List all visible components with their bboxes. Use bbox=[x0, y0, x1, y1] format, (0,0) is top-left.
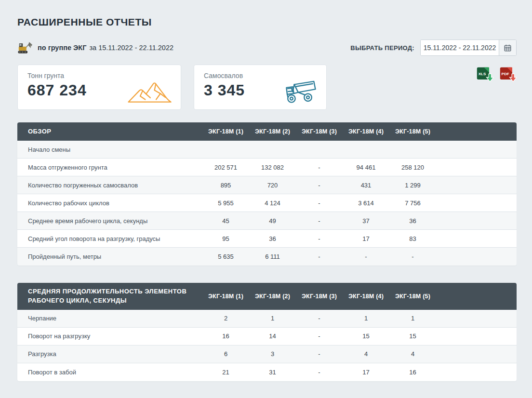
cell-value: 15 bbox=[389, 332, 436, 340]
cell-value: 1 299 bbox=[389, 182, 436, 189]
cell-value: - bbox=[296, 369, 343, 376]
cell-value: 4 bbox=[343, 350, 389, 358]
cell-value: 1 bbox=[389, 315, 436, 322]
cell-value: 720 bbox=[249, 182, 296, 189]
toolbar-row: по группе ЭКГ за 15.11.2022 - 22.11.2022… bbox=[17, 40, 517, 56]
cell-value: - bbox=[296, 164, 343, 171]
cell-value: 258 120 bbox=[389, 164, 436, 171]
table-title: СРЕДНЯЯ ПРОДОЛЖИТЕЛЬНОСТЬ ЭЛЕМЕНТОВ РАБО… bbox=[17, 283, 202, 310]
row-label: Разгрузка bbox=[17, 345, 202, 362]
column-header: ЭКГ-18М (2) bbox=[249, 293, 296, 300]
pdf-label: PDF bbox=[502, 72, 509, 76]
table-row: Разгрузка63-44 bbox=[17, 345, 517, 363]
cell-value: 3 bbox=[249, 350, 296, 358]
table-row: Поворот в забой2131-1716 bbox=[17, 363, 517, 381]
cell-value: 14 bbox=[249, 332, 296, 340]
cell-value: 45 bbox=[202, 217, 249, 225]
column-header: ЭКГ-18М (5) bbox=[389, 128, 436, 135]
cell-value: - bbox=[296, 217, 343, 225]
cell-value: 6 bbox=[202, 350, 249, 358]
cell-value: 895 bbox=[202, 182, 249, 189]
cell-value: 83 bbox=[389, 235, 436, 242]
calendar-icon bbox=[504, 44, 512, 52]
cell-value: 95 bbox=[202, 235, 249, 242]
cell-value: 5 955 bbox=[202, 199, 249, 207]
cell-value: 5 635 bbox=[202, 253, 249, 260]
row-label: Черпание bbox=[17, 310, 202, 327]
cell-value: - bbox=[296, 199, 343, 207]
column-header: ЭКГ-18М (4) bbox=[343, 293, 389, 300]
column-header: ЭКГ-18М (4) bbox=[343, 128, 389, 135]
table-header-row: СРЕДНЯЯ ПРОДОЛЖИТЕЛЬНОСТЬ ЭЛЕМЕНТОВ РАБО… bbox=[17, 283, 517, 310]
cell-value: 3 614 bbox=[343, 199, 389, 207]
stat-cards-row: Тонн грунта 687 234 Самосвалов 3 345 bbox=[17, 65, 517, 110]
cell-value: 1 bbox=[343, 315, 389, 322]
cell-value: 17 bbox=[343, 369, 389, 376]
column-header: ЭКГ-18М (5) bbox=[389, 293, 436, 300]
table-row: Поворот на разгрузку1614-1515 bbox=[17, 328, 517, 345]
cell-value: 94 461 bbox=[343, 164, 389, 171]
cell-value: - bbox=[296, 253, 343, 260]
table-row: Пройденный путь, метры5 6356 111--- bbox=[17, 248, 517, 265]
period-picker bbox=[420, 40, 517, 56]
period-selector-label: ВЫБРАТЬ ПЕРИОД: bbox=[350, 44, 414, 52]
column-header: ЭКГ-18М (1) bbox=[202, 128, 249, 135]
table-row: Черпание21-11 bbox=[17, 310, 517, 328]
cell-value: 17 bbox=[343, 235, 389, 242]
export-buttons: XLS PDF bbox=[476, 65, 517, 84]
dirt-pile-icon bbox=[127, 78, 173, 105]
cell-value: 31 bbox=[249, 369, 296, 376]
period-input[interactable] bbox=[421, 40, 499, 55]
column-header: ЭКГ-18М (1) bbox=[202, 293, 249, 300]
cell-value: 16 bbox=[202, 332, 249, 340]
report-group-label: по группе ЭКГ bbox=[38, 44, 86, 52]
xls-label: XLS bbox=[479, 72, 486, 76]
row-label: Количество погруженных самосвалов bbox=[17, 177, 202, 194]
stat-card-trucks: Самосвалов 3 345 bbox=[194, 65, 327, 110]
cell-value: 37 bbox=[343, 217, 389, 225]
column-header: ЭКГ-18М (3) bbox=[296, 128, 343, 135]
column-header: ЭКГ-18М (2) bbox=[249, 128, 296, 135]
page-title: РАСШИРЕННЫЕ ОТЧЕТЫ bbox=[17, 16, 517, 28]
cell-value: 49 bbox=[249, 217, 296, 225]
cell-value: 202 571 bbox=[202, 164, 249, 171]
export-pdf-button[interactable]: PDF bbox=[499, 66, 517, 84]
cell-value: 4 bbox=[389, 350, 436, 358]
row-label: Поворот в забой bbox=[17, 364, 202, 381]
table-row: Среднее время рабочего цикла, секунды454… bbox=[17, 212, 517, 230]
row-label: Масса отгруженного грунта bbox=[17, 159, 202, 176]
calendar-button[interactable] bbox=[499, 40, 516, 55]
cell-value: - bbox=[296, 182, 343, 189]
excavator-icon bbox=[17, 41, 33, 54]
table-header-row: ОБЗОРЭКГ-18М (1)ЭКГ-18М (2)ЭКГ-18М (3)ЭК… bbox=[17, 122, 517, 141]
row-label: Начало смены bbox=[17, 141, 202, 158]
report-period-label: за 15.11.2022 - 22.11.2022 bbox=[89, 44, 173, 52]
cell-value: - bbox=[296, 332, 343, 340]
cell-value: - bbox=[296, 350, 343, 358]
report-info: по группе ЭКГ за 15.11.2022 - 22.11.2022 bbox=[17, 41, 173, 54]
cell-value: 431 bbox=[343, 182, 389, 189]
overview-table: ОБЗОРЭКГ-18М (1)ЭКГ-18М (2)ЭКГ-18М (3)ЭК… bbox=[17, 122, 517, 265]
row-label: Средний угол поворота на разгрузку, град… bbox=[17, 230, 202, 247]
cell-value: 7 756 bbox=[389, 199, 436, 207]
row-label: Среднее время рабочего цикла, секунды bbox=[17, 212, 202, 229]
table-row: Количество погруженных самосвалов895720-… bbox=[17, 176, 517, 194]
cell-value: - bbox=[296, 235, 343, 242]
row-label: Поворот на разгрузку bbox=[17, 328, 202, 345]
export-xls-button[interactable]: XLS bbox=[476, 66, 493, 84]
cell-value: 2 bbox=[202, 315, 249, 322]
cell-value: - bbox=[389, 253, 436, 260]
column-header: ЭКГ-18М (3) bbox=[296, 293, 343, 300]
cell-value: 1 bbox=[249, 315, 296, 322]
table-row: Начало смены bbox=[17, 141, 517, 159]
row-label: Количество рабочих циклов bbox=[17, 195, 202, 212]
table-title: ОБЗОР bbox=[17, 123, 202, 141]
stat-card-tons: Тонн грунта 687 234 bbox=[17, 65, 181, 110]
cell-value: 36 bbox=[249, 235, 296, 242]
row-label: Пройденный путь, метры bbox=[17, 248, 202, 265]
cell-value: 16 bbox=[389, 369, 436, 376]
cell-value: - bbox=[296, 315, 343, 322]
cell-value: 36 bbox=[389, 217, 436, 225]
cell-value: 132 082 bbox=[249, 164, 296, 171]
dump-truck-icon bbox=[281, 79, 319, 105]
